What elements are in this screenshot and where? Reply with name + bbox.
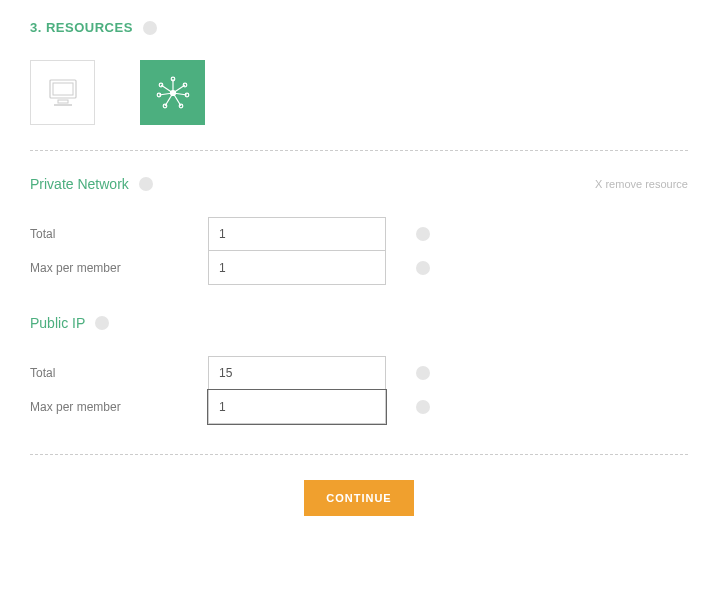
help-icon[interactable] <box>416 366 430 380</box>
public-ip-title-text: Public IP <box>30 315 85 331</box>
help-icon[interactable] <box>416 400 430 414</box>
private-network-title: Private Network <box>30 176 153 192</box>
help-icon[interactable] <box>143 21 157 35</box>
total-label: Total <box>30 227 208 241</box>
total-label: Total <box>30 366 208 380</box>
public-ip-group: Public IP Total Max per member <box>30 315 688 424</box>
section-title: 3. RESOURCES <box>30 20 688 35</box>
public-ip-title: Public IP <box>30 315 109 331</box>
max-label: Max per member <box>30 400 208 414</box>
help-icon[interactable] <box>139 177 153 191</box>
remove-resource-link[interactable]: X remove resource <box>595 178 688 190</box>
private-network-group: Private Network X remove resource Total … <box>30 176 688 285</box>
network-icon <box>153 73 193 113</box>
private-network-total-input[interactable] <box>208 217 386 251</box>
public-ip-total-input[interactable] <box>208 356 386 390</box>
private-network-max-input[interactable] <box>208 251 386 285</box>
max-label: Max per member <box>30 261 208 275</box>
resource-computer[interactable] <box>30 60 95 125</box>
divider <box>30 150 688 151</box>
svg-rect-1 <box>53 83 73 95</box>
resource-network[interactable] <box>140 60 205 125</box>
public-ip-max-input[interactable] <box>208 390 386 424</box>
resource-selector <box>30 60 688 125</box>
private-network-title-text: Private Network <box>30 176 129 192</box>
svg-rect-2 <box>58 100 68 103</box>
help-icon[interactable] <box>416 227 430 241</box>
help-icon[interactable] <box>95 316 109 330</box>
help-icon[interactable] <box>416 261 430 275</box>
divider <box>30 454 688 455</box>
section-title-text: 3. RESOURCES <box>30 20 133 35</box>
continue-button[interactable]: CONTINUE <box>304 480 413 516</box>
computer-icon <box>46 78 80 108</box>
